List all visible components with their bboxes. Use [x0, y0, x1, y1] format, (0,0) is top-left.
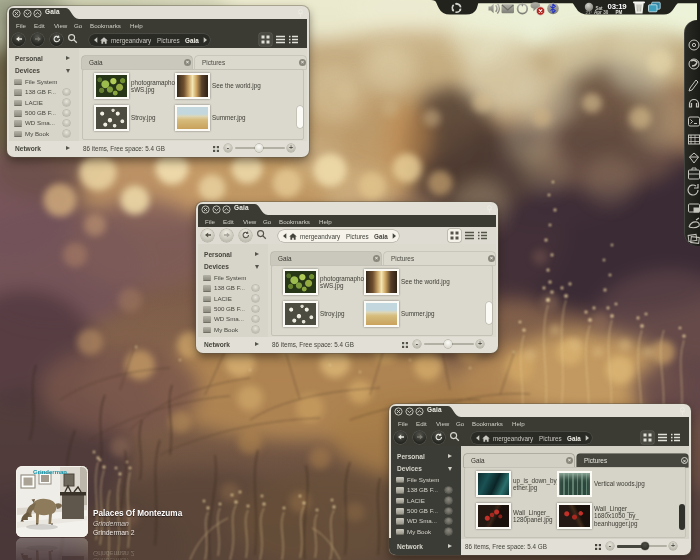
svg-text:PM: PM — [616, 10, 623, 15]
svg-text:Grinderman: Grinderman — [33, 469, 67, 475]
svg-text:Apr 30: Apr 30 — [594, 10, 609, 15]
svg-text:21°: 21° — [586, 10, 593, 15]
